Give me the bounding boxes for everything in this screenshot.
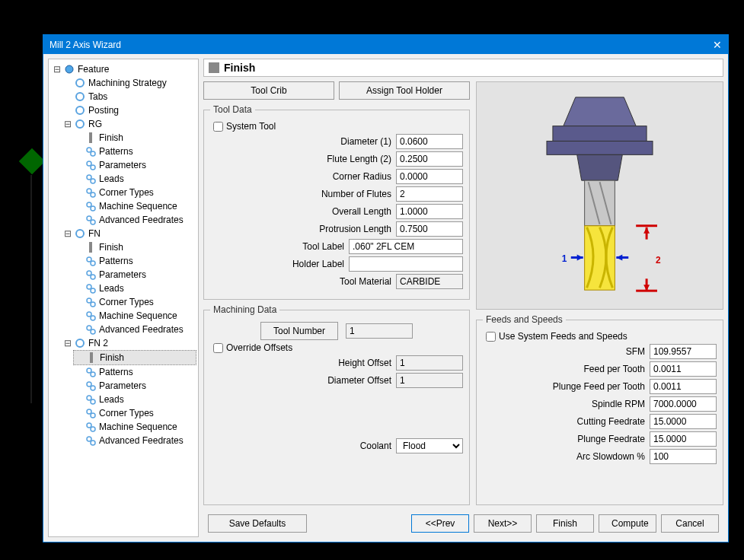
cutting-feedrate-field[interactable] xyxy=(650,414,717,429)
tree-rg-machine-sequence[interactable]: Machine Sequence xyxy=(73,199,196,213)
close-icon[interactable]: ✕ xyxy=(713,39,722,51)
gear-icon xyxy=(75,119,85,129)
svg-point-17 xyxy=(91,220,95,224)
corner-radius-field[interactable] xyxy=(396,169,463,184)
tree-rg-parameters[interactable]: Parameters xyxy=(73,158,196,172)
svg-point-13 xyxy=(91,192,95,197)
tree-fn2-corner-types[interactable]: Corner Types xyxy=(73,406,196,420)
diameter-field[interactable] xyxy=(396,134,463,149)
svg-point-8 xyxy=(87,161,91,166)
tree-rg-leads[interactable]: Leads xyxy=(73,172,196,186)
spindle-rpm-field[interactable] xyxy=(650,396,717,412)
tree-fn2-machine-sequence[interactable]: Machine Sequence xyxy=(73,420,196,434)
collapse-icon[interactable]: ⊟ xyxy=(64,227,72,240)
tree-fn-corner-types[interactable]: Corner Types xyxy=(73,295,196,309)
next-button[interactable]: Next>> xyxy=(474,514,532,533)
svg-point-12 xyxy=(87,189,91,193)
tree-fn2[interactable]: ⊟FN 2 xyxy=(62,336,196,350)
feature-tree[interactable]: ⊟ Feature Machining Strategy Tabs Postin… xyxy=(48,59,199,537)
tree-machining-strategy[interactable]: Machining Strategy xyxy=(62,76,196,90)
num-flutes-field[interactable] xyxy=(396,186,463,202)
svg-rect-33 xyxy=(90,352,93,363)
gears-icon xyxy=(85,160,96,170)
svg-point-42 xyxy=(87,423,91,428)
tree-fn2-finish[interactable]: Finish xyxy=(73,350,196,365)
tree-rg[interactable]: ⊟RG xyxy=(62,117,196,131)
tree-fn2-patterns[interactable]: Patterns xyxy=(73,365,196,379)
finish-button[interactable]: Finish xyxy=(536,514,594,533)
tree-fn[interactable]: ⊟FN xyxy=(62,227,196,240)
svg-point-40 xyxy=(87,409,91,414)
svg-point-28 xyxy=(87,312,91,317)
window-title: Mill 2 Axis Wizard xyxy=(49,40,121,50)
tree-root-feature[interactable]: ⊟ Feature xyxy=(52,62,196,76)
svg-point-6 xyxy=(87,148,91,152)
tool-crib-button[interactable]: Tool Crib xyxy=(203,81,334,100)
tree-fn-finish[interactable]: Finish xyxy=(73,240,196,254)
machining-data-legend: Machining Data xyxy=(210,304,279,315)
svg-point-15 xyxy=(91,206,95,211)
gears-icon xyxy=(85,310,96,321)
tree-fn-patterns[interactable]: Patterns xyxy=(73,254,196,268)
plunge-feedrate-field[interactable] xyxy=(650,431,717,447)
feed-per-tooth-field[interactable] xyxy=(650,361,717,377)
feature-icon xyxy=(64,64,75,75)
titlebar[interactable]: Mill 2 Axis Wizard ✕ xyxy=(43,35,728,54)
overall-length-field[interactable] xyxy=(396,204,463,219)
collapse-icon[interactable]: ⊟ xyxy=(53,62,61,76)
coolant-select[interactable]: Flood xyxy=(396,438,463,453)
svg-point-0 xyxy=(65,65,73,73)
override-offsets-checkbox[interactable] xyxy=(213,343,223,353)
tree-fn-advanced-feedrates[interactable]: Advanced Feedrates xyxy=(73,323,196,336)
cancel-button[interactable]: Cancel xyxy=(661,514,719,533)
use-system-feeds-checkbox[interactable] xyxy=(486,332,496,342)
tool-data-legend: Tool Data xyxy=(210,104,255,115)
svg-point-29 xyxy=(91,316,95,320)
gears-icon xyxy=(85,435,96,446)
svg-rect-48 xyxy=(547,141,653,154)
gears-icon xyxy=(85,380,96,391)
assign-tool-holder-button[interactable]: Assign Tool Holder xyxy=(339,81,470,100)
tree-fn2-advanced-feedrates[interactable]: Advanced Feedrates xyxy=(73,434,196,447)
compute-button[interactable]: Compute xyxy=(599,514,656,533)
tree-fn2-leads[interactable]: Leads xyxy=(73,393,196,406)
svg-point-22 xyxy=(87,271,91,275)
save-defaults-button[interactable]: Save Defaults xyxy=(208,514,307,533)
tree-rg-advanced-feedrates[interactable]: Advanced Feedrates xyxy=(73,213,196,227)
plunge-feed-per-tooth-field[interactable] xyxy=(650,379,717,394)
tree-rg-corner-types[interactable]: Corner Types xyxy=(73,186,196,199)
flute-length-field[interactable] xyxy=(396,151,463,167)
gears-icon xyxy=(85,422,96,432)
gear-icon xyxy=(75,78,85,88)
arc-slowdown-field[interactable] xyxy=(650,449,717,464)
sfm-field[interactable] xyxy=(650,344,717,359)
tool-icon xyxy=(86,352,97,363)
tree-fn2-parameters[interactable]: Parameters xyxy=(73,379,196,393)
tool-label-field[interactable] xyxy=(349,239,463,254)
svg-point-38 xyxy=(87,396,91,400)
gears-icon xyxy=(85,201,96,212)
svg-point-7 xyxy=(91,151,95,156)
gears-icon xyxy=(85,187,96,198)
collapse-icon[interactable]: ⊟ xyxy=(64,117,72,131)
system-tool-checkbox[interactable] xyxy=(213,122,223,132)
tree-fn-machine-sequence[interactable]: Machine Sequence xyxy=(73,309,196,323)
tool-number-button[interactable]: Tool Number xyxy=(260,322,338,340)
tree-rg-patterns[interactable]: Patterns xyxy=(73,145,196,158)
holder-label-field[interactable] xyxy=(349,256,463,272)
tree-tabs[interactable]: Tabs xyxy=(62,90,196,103)
tree-posting[interactable]: Posting xyxy=(62,103,196,117)
collapse-icon[interactable]: ⊟ xyxy=(64,336,72,350)
prev-button[interactable]: <<Prev xyxy=(411,514,469,533)
svg-point-35 xyxy=(91,372,95,377)
pane-header: Finish xyxy=(203,59,723,77)
gear-icon xyxy=(75,91,85,102)
tree-fn-leads[interactable]: Leads xyxy=(73,282,196,295)
svg-point-16 xyxy=(87,216,91,221)
feeds-speeds-legend: Feeds and Speeds xyxy=(483,314,566,325)
svg-rect-5 xyxy=(89,132,92,143)
tree-rg-finish[interactable]: Finish xyxy=(73,131,196,145)
tree-fn-parameters[interactable]: Parameters xyxy=(73,268,196,282)
svg-point-44 xyxy=(87,437,91,441)
protrusion-length-field[interactable] xyxy=(396,221,463,237)
